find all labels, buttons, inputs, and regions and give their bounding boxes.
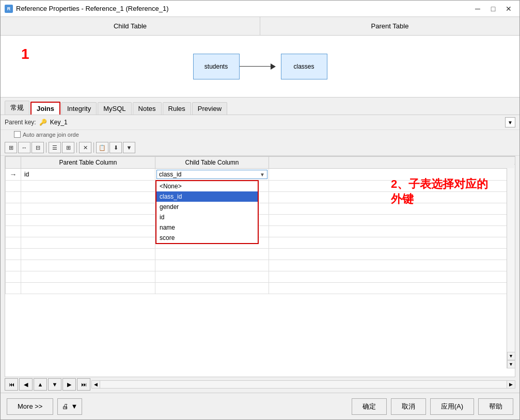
header-tables: Child Table Parent Table: [1, 17, 519, 36]
scroll-down-small-btn[interactable]: ▼: [507, 352, 515, 360]
toolbar-sep-1: [46, 142, 46, 153]
toolbar-btn-copy[interactable]: 📋: [96, 142, 108, 153]
dropdown-arrow-icon: ▼: [260, 172, 265, 177]
parent-table-box: classes: [281, 54, 327, 79]
title-controls: ─ □ ✕: [471, 3, 515, 14]
child-table-box: students: [193, 54, 240, 79]
empty-row: [6, 260, 515, 271]
parent-col-value: id: [21, 169, 155, 181]
dropdown-current-value: class_id: [159, 171, 181, 178]
nav-first-btn[interactable]: ⏮: [5, 378, 18, 391]
dropdown-option-gender[interactable]: gender: [156, 202, 258, 212]
toolbar-sep-2: [76, 142, 77, 153]
app-icon: R: [5, 5, 13, 13]
maximize-button[interactable]: □: [486, 3, 500, 14]
more-button[interactable]: More >>: [7, 398, 53, 415]
col-header-arrow: [6, 157, 21, 169]
dropdown-option-class-id[interactable]: class_id: [156, 191, 258, 202]
print-dropdown-arrow: ▼: [71, 402, 77, 410]
dropdown-option-name[interactable]: name: [156, 222, 258, 233]
key-icon: 🔑: [39, 119, 47, 126]
toolbar-btn-2[interactable]: ↔: [18, 142, 30, 153]
confirm-button[interactable]: 确定: [352, 398, 387, 415]
toolbar-btn-5[interactable]: ⊞: [62, 142, 74, 153]
v-scrollbar[interactable]: ▲ ▼ ▼: [507, 156, 515, 368]
empty-row: [6, 226, 515, 237]
footer: More >> 🖨 ▼ 确定 取消 应用(A) 帮助: [1, 393, 519, 419]
parent-key-dropdown[interactable]: ▼: [505, 117, 515, 127]
nav-last-btn[interactable]: ⏭: [77, 378, 90, 391]
toolbar-btn-3[interactable]: ⊟: [31, 142, 44, 153]
tab-常规[interactable]: 常规: [5, 101, 29, 115]
toolbar-btn-1[interactable]: ⊞: [5, 142, 17, 153]
print-button[interactable]: 🖨 ▼: [57, 398, 82, 415]
nav-down-btn[interactable]: ▼: [48, 378, 61, 391]
minimize-button[interactable]: ─: [471, 3, 484, 14]
dropdown-list: <None> class_id gender id name score: [155, 180, 259, 244]
title-bar-left: R Reference Properties - Reference_1 (Re…: [5, 5, 169, 13]
cancel-button[interactable]: 取消: [391, 398, 426, 415]
auto-arrange-checkbox[interactable]: [14, 131, 21, 138]
toolbar-row: ⊞ ↔ ⊟ ☰ ⊞ ✕ 📋 ⬇ ▼: [1, 140, 519, 156]
col-header-child: Child Table Column: [155, 157, 269, 169]
toolbar-sep-3: [93, 142, 94, 153]
empty-row: [6, 283, 515, 294]
h-scrollbar[interactable]: ◀ ▶: [91, 380, 515, 389]
toolbar-btn-dropdown[interactable]: ▼: [123, 142, 135, 153]
dropdown-option-score[interactable]: score: [156, 233, 258, 243]
relation-arrow: [240, 63, 281, 70]
parent-table-header: Parent Table: [260, 17, 519, 35]
title-bar: R Reference Properties - Reference_1 (Re…: [1, 1, 519, 17]
parent-key-value: Key_1: [50, 119, 502, 126]
col-header-parent: Parent Table Column: [21, 157, 155, 169]
step-label-1: 1: [21, 46, 29, 62]
parent-key-row: Parent key: 🔑 Key_1 ▼: [1, 115, 519, 130]
annotation-text: 2、子表选择对应的外键: [391, 177, 494, 206]
toolbar-btn-delete[interactable]: ✕: [79, 142, 91, 153]
col-header-rest: [269, 157, 515, 169]
apply-button[interactable]: 应用(A): [430, 398, 474, 415]
join-table: Parent Table Column Child Table Column →…: [5, 156, 515, 294]
toolbar-btn-down[interactable]: ⬇: [109, 142, 122, 153]
auto-arrange-label: Auto arrange join orde: [23, 132, 79, 138]
nav-up-btn[interactable]: ▲: [34, 378, 47, 391]
scroll-right-btn[interactable]: ▶: [507, 381, 515, 388]
help-button[interactable]: 帮助: [478, 398, 513, 415]
diagram-area: 1 students classes: [1, 36, 519, 98]
main-window: R Reference Properties - Reference_1 (Re…: [0, 0, 520, 420]
tabs-bar: 常规 Joins Integrity MySQL Notes Rules Pre…: [1, 98, 519, 115]
nav-prev-up-btn[interactable]: ◀: [19, 378, 33, 391]
empty-row: [6, 271, 515, 283]
empty-row: [6, 237, 515, 249]
tab-mysql[interactable]: MySQL: [98, 102, 131, 115]
parent-key-label: Parent key:: [5, 119, 36, 126]
table-container: Parent Table Column Child Table Column →…: [5, 156, 515, 377]
row-extra: 2、子表选择对应的外键: [269, 169, 515, 181]
toolbar-btn-4[interactable]: ☰: [49, 142, 61, 153]
main-content: Parent Table Column Child Table Column →…: [1, 156, 519, 393]
close-button[interactable]: ✕: [502, 3, 515, 14]
tab-joins[interactable]: Joins: [30, 102, 60, 115]
arrow-head-icon: [271, 63, 276, 70]
tab-rules[interactable]: Rules: [163, 102, 191, 115]
scroll-left-btn[interactable]: ◀: [92, 381, 100, 388]
dropdown-option-id[interactable]: id: [156, 212, 258, 222]
print-icon: 🖨: [62, 402, 69, 410]
nav-next-btn[interactable]: ▶: [62, 378, 76, 391]
dropdown-option-none[interactable]: <None>: [156, 181, 258, 191]
child-table-header: Child Table: [1, 17, 260, 35]
auto-arrange-row: Auto arrange join orde: [1, 130, 519, 140]
empty-row: [6, 215, 515, 226]
dropdown-trigger[interactable]: class_id ▼: [156, 170, 267, 179]
scroll-down-btn[interactable]: ▼: [507, 360, 515, 368]
tab-preview[interactable]: Preview: [192, 102, 227, 115]
table-row: → id class_id ▼ <None> class_id gen: [6, 169, 515, 181]
child-col-cell[interactable]: class_id ▼ <None> class_id gender id nam…: [155, 169, 269, 181]
window-title: Reference Properties - Reference_1 (Refe…: [16, 5, 169, 12]
row-arrow: →: [6, 169, 21, 181]
bottom-bar: ⏮ ◀ ▲ ▼ ▶ ⏭ ◀ ▶: [5, 378, 515, 391]
tab-integrity[interactable]: Integrity: [61, 102, 97, 115]
diagram-inner: students classes: [193, 54, 327, 79]
tab-notes[interactable]: Notes: [133, 102, 162, 115]
empty-row: [6, 249, 515, 260]
